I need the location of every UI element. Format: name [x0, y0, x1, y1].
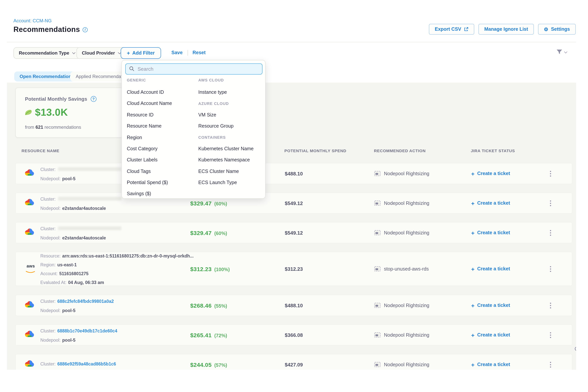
filter-option[interactable]: Cloud Account Name [127, 101, 172, 106]
export-csv-button[interactable]: Export CSV [429, 24, 474, 34]
row-menu-button[interactable] [548, 330, 553, 339]
filter-option[interactable]: ECS Launch Type [198, 180, 237, 185]
create-ticket-link[interactable]: +Create a ticket [471, 171, 510, 176]
table-row[interactable]: Cluster: Nodepool: pool-5 $488.10 Nodepo… [15, 163, 572, 184]
redacted-cluster-name [58, 197, 121, 201]
action-label: Nodepool Rightsizing [384, 230, 429, 236]
action-label: stop-unused-aws-rds [384, 266, 429, 272]
table-row[interactable]: Cluster: 688c2fefc84fbdc99801a0a2 Nodepo… [15, 295, 572, 316]
savings-percent: (57%) [214, 362, 227, 368]
filter-option[interactable]: Instance type [198, 90, 227, 95]
savings-amount: $13.0K [35, 106, 68, 118]
redacted-cluster-name [58, 167, 121, 171]
right-mask [576, 0, 588, 392]
plus-icon: + [471, 332, 475, 338]
create-ticket-link[interactable]: +Create a ticket [471, 362, 510, 368]
create-ticket-link[interactable]: +Create a ticket [471, 230, 510, 236]
filter-option[interactable]: Resource ID [127, 112, 154, 118]
manage-ignore-list-button[interactable]: Manage Ignore List [478, 24, 534, 34]
divider [188, 50, 188, 56]
tab-applied-label: Applied Recommendatio [76, 74, 126, 79]
create-ticket-link[interactable]: +Create a ticket [471, 200, 510, 206]
create-ticket-link[interactable]: +Create a ticket [471, 302, 510, 308]
filter-option[interactable]: Resource Name [127, 123, 162, 129]
filter-option[interactable]: Cost Category [127, 146, 158, 152]
savings-percent: (100%) [214, 267, 230, 272]
section-heading: AWS CLOUD [198, 78, 224, 82]
row-menu-button[interactable] [548, 199, 553, 208]
nodepool-label: Nodepool: [40, 308, 60, 313]
gcp-icon [25, 198, 35, 208]
row-menu-button[interactable] [548, 301, 553, 310]
savings-value: $265.41 [190, 332, 212, 338]
filter-option[interactable]: Cluster Labels [127, 157, 158, 162]
account-breadcrumb[interactable]: Account: CCM-NG [14, 18, 52, 24]
savings-percent: (60%) [214, 230, 227, 236]
resource-cell: Cluster: Nodepool: pool-5 [40, 166, 121, 182]
manage-ignore-list-label: Manage Ignore List [484, 26, 528, 32]
region-value: us-east-1 [57, 262, 77, 267]
info-icon[interactable]: i [83, 27, 88, 32]
evaluated-at-value: 04 Aug, 06:33 am [68, 280, 104, 285]
cluster-id-link[interactable]: 6888b1c70e49db17c1de60c4 [57, 328, 117, 333]
resource-cell: Cluster: 6888b1c70e49db17c1de60c4 Nodepo… [40, 327, 117, 343]
rightsizing-icon [374, 200, 380, 206]
create-ticket-label: Create a ticket [477, 266, 510, 272]
filter-option[interactable]: Potential Spend ($) [127, 180, 168, 185]
table-row[interactable]: Cluster: 6888b1c70e49db17c1de60c4 Nodepo… [15, 324, 572, 346]
nodepool-value: e2standar4autoscale [62, 236, 106, 240]
filter-option[interactable]: Resource Group [198, 123, 234, 129]
help-icon[interactable]: ? [91, 96, 96, 102]
spend-cell: $427.09 [285, 362, 303, 368]
row-menu-button[interactable] [548, 169, 553, 178]
plus-icon: + [127, 50, 130, 56]
cluster-id-link[interactable]: 6886e92f59a48cad86b5b1c6 [57, 362, 116, 366]
create-ticket-link[interactable]: +Create a ticket [471, 266, 510, 272]
aws-icon: aws [25, 264, 36, 275]
table-row[interactable]: Cluster: Nodepool: e2standar4autoscale $… [15, 192, 572, 214]
chevron-down-icon [564, 50, 568, 53]
gcp-icon [25, 228, 35, 237]
potential-monthly-savings-card: Potential Monthly Savings ? $13.0K from … [15, 88, 123, 138]
row-menu-button[interactable] [548, 228, 553, 237]
filter-option[interactable]: Cloud Account ID [127, 90, 164, 95]
filter-option[interactable]: Savings ($) [127, 191, 151, 196]
filter-option[interactable]: VM Size [198, 112, 216, 118]
cluster-id-link[interactable]: 688c2fefc84fbdc99801a0a2 [57, 299, 114, 304]
tab-open-recommendations[interactable]: Open Recommendations [14, 72, 79, 82]
filter-option[interactable]: Kubernetes Namespace [198, 157, 250, 162]
gcp-icon [25, 330, 35, 340]
filter-option[interactable]: Region [127, 135, 142, 140]
nodepool-label: Nodepool: [40, 176, 60, 181]
plus-icon: + [471, 302, 475, 308]
plus-icon: + [471, 171, 475, 176]
bottom-mask [0, 370, 588, 392]
gear-icon: ⚙ [544, 27, 548, 32]
row-menu-button[interactable] [548, 360, 553, 369]
filter-option[interactable]: ECS Cluster Name [198, 169, 239, 174]
table-row[interactable]: aws Resource: arn:aws:rds:us-east-1:5116… [15, 252, 572, 286]
table-row[interactable]: Cluster: Nodepool: e2standar4autoscale $… [15, 222, 572, 243]
rightsizing-icon [374, 362, 380, 367]
rightsizing-icon [374, 332, 380, 338]
spend-cell: $549.12 [285, 200, 303, 206]
filter-panel-toggle[interactable] [556, 49, 567, 55]
add-filter-button[interactable]: + Add Filter [121, 47, 161, 59]
recommendation-type-filter[interactable]: Recommendation Type [14, 47, 80, 59]
search-input[interactable] [125, 64, 262, 74]
create-ticket-link[interactable]: +Create a ticket [471, 332, 510, 338]
spend-cell: $488.10 [285, 302, 303, 308]
filter-option[interactable]: Kubernetes Cluster Name [198, 146, 254, 152]
savings-cell: $329.47(60%) [190, 230, 227, 236]
resource-label: Resource: [40, 254, 60, 258]
plus-icon: + [471, 230, 475, 236]
save-filter-link[interactable]: Save [172, 50, 182, 55]
reset-filter-link[interactable]: Reset [192, 50, 206, 55]
cluster-label: Cluster: [40, 167, 56, 172]
cloud-provider-filter[interactable]: Cloud Provider [76, 47, 126, 59]
page-title: Recommendations [14, 25, 80, 34]
filter-option[interactable]: Cloud Tags [127, 169, 151, 174]
settings-button[interactable]: ⚙ Settings [538, 24, 576, 34]
row-menu-button[interactable] [548, 264, 553, 273]
nodepool-label: Nodepool: [40, 338, 60, 342]
